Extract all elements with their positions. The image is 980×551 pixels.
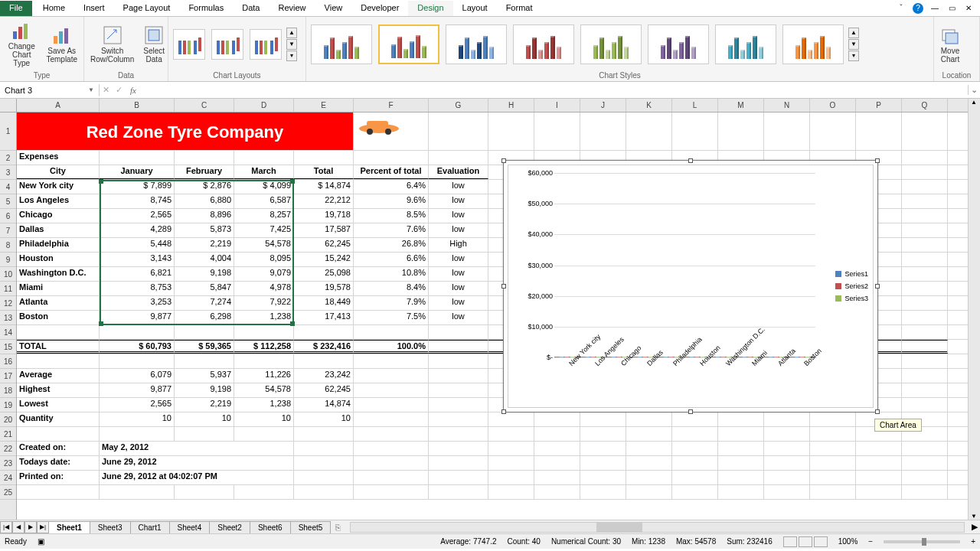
cell[interactable]: [764, 412, 810, 426]
cell[interactable]: [429, 151, 488, 165]
cell[interactable]: [175, 325, 234, 339]
cell[interactable]: 26.8%: [354, 238, 429, 252]
cell[interactable]: [672, 412, 718, 426]
cell[interactable]: June 29, 2012 at 04:02:07 PM: [100, 471, 294, 484]
cell[interactable]: [764, 485, 810, 499]
cell[interactable]: 1,238: [234, 311, 294, 324]
row-header-7[interactable]: 7: [0, 223, 16, 238]
cell[interactable]: [429, 325, 488, 339]
formula-expand-icon[interactable]: ⌄: [968, 85, 980, 95]
col-header-I[interactable]: I: [534, 99, 580, 112]
cell[interactable]: 7,425: [234, 223, 294, 237]
cell[interactable]: [580, 427, 626, 441]
row-header-15[interactable]: 15: [0, 340, 16, 354]
restore-icon[interactable]: ▭: [946, 3, 957, 14]
sheet-tab-sheet5[interactable]: Sheet5: [290, 521, 332, 533]
chart-resize-handle[interactable]: [875, 409, 880, 414]
ribbon-tab-format[interactable]: Format: [497, 1, 542, 16]
cell[interactable]: 62,245: [294, 238, 354, 252]
cell[interactable]: City: [17, 165, 100, 179]
cell[interactable]: [902, 223, 948, 237]
cell[interactable]: 2,565: [100, 209, 175, 223]
cell[interactable]: $ 232,416: [294, 340, 354, 354]
cell[interactable]: low: [429, 296, 488, 310]
help-icon[interactable]: ?: [913, 3, 923, 14]
tab-nav-last-icon[interactable]: ▶|: [37, 521, 49, 533]
cell[interactable]: [764, 442, 810, 455]
cell[interactable]: [488, 485, 534, 499]
cell[interactable]: [580, 442, 626, 455]
cell[interactable]: Quantity: [17, 412, 100, 426]
cell[interactable]: 4,289: [100, 223, 175, 237]
sheet-tab-sheet3[interactable]: Sheet3: [90, 521, 131, 533]
chart-style-8[interactable]: [782, 24, 844, 64]
cell[interactable]: Expenses: [17, 151, 100, 165]
tab-nav-first-icon[interactable]: |◀: [0, 521, 12, 533]
select-all-corner[interactable]: [0, 99, 17, 112]
cell[interactable]: 10: [100, 412, 175, 426]
cell[interactable]: [718, 471, 764, 484]
cell[interactable]: 8.5%: [354, 209, 429, 223]
cell[interactable]: Lowest: [17, 398, 100, 412]
row-header-19[interactable]: 19: [0, 398, 16, 412]
cell[interactable]: Created on:: [17, 442, 100, 455]
cell[interactable]: [354, 456, 429, 470]
cell[interactable]: [902, 267, 948, 281]
row-header-5[interactable]: 5: [0, 194, 16, 209]
tab-nav-next-icon[interactable]: ▶: [24, 521, 37, 533]
cell[interactable]: [902, 112, 948, 150]
cell[interactable]: [718, 442, 764, 455]
ribbon-tab-page-layout[interactable]: Page Layout: [114, 1, 180, 16]
cell[interactable]: 5,448: [100, 238, 175, 252]
cell[interactable]: 9,877: [100, 383, 175, 397]
cell[interactable]: [902, 471, 948, 484]
cell[interactable]: [902, 442, 948, 455]
col-header-E[interactable]: E: [294, 99, 354, 112]
cell[interactable]: [626, 471, 672, 484]
cell[interactable]: [902, 253, 948, 266]
cell[interactable]: $ 60,793: [100, 340, 175, 354]
cell[interactable]: [100, 325, 175, 339]
cell[interactable]: [100, 427, 175, 441]
row-header-20[interactable]: 20: [0, 412, 16, 427]
embedded-chart[interactable]: $-$10,000$20,000$30,000$40,000$50,000$60…: [503, 160, 878, 412]
cell[interactable]: Highest: [17, 383, 100, 397]
row-header-6[interactable]: 6: [0, 209, 16, 223]
cell[interactable]: [294, 442, 354, 455]
cell[interactable]: [100, 485, 175, 499]
cell[interactable]: [672, 485, 718, 499]
cell[interactable]: [488, 442, 534, 455]
cell[interactable]: low: [429, 282, 488, 295]
cell[interactable]: [580, 456, 626, 470]
cell[interactable]: [294, 456, 354, 470]
cell[interactable]: [902, 311, 948, 324]
cell[interactable]: [429, 442, 488, 455]
cell[interactable]: [354, 369, 429, 383]
cell[interactable]: [534, 485, 580, 499]
chart-style-2[interactable]: [378, 24, 439, 64]
cell[interactable]: 6.6%: [354, 253, 429, 266]
chart-resize-handle[interactable]: [875, 158, 880, 163]
cell[interactable]: [810, 427, 856, 441]
cell[interactable]: [580, 471, 626, 484]
cell[interactable]: 1,238: [234, 398, 294, 412]
cell[interactable]: [100, 151, 175, 165]
row-header-11[interactable]: 11: [0, 282, 16, 296]
cell[interactable]: [234, 354, 294, 368]
cell[interactable]: [580, 412, 626, 426]
row-header-25[interactable]: 25: [0, 485, 16, 500]
col-header-P[interactable]: P: [856, 99, 902, 112]
cell[interactable]: [429, 427, 488, 441]
cell[interactable]: [175, 151, 234, 165]
cell[interactable]: 4,004: [175, 253, 234, 266]
move-chart-button[interactable]: Move Chart: [937, 24, 963, 65]
cell[interactable]: 11,226: [234, 369, 294, 383]
cell[interactable]: low: [429, 209, 488, 223]
cell[interactable]: 14,874: [294, 398, 354, 412]
chart-style-5[interactable]: [580, 24, 642, 64]
cell[interactable]: 17,587: [294, 223, 354, 237]
cell[interactable]: 9,079: [234, 267, 294, 281]
formula-input[interactable]: [141, 84, 968, 96]
name-box-dropdown-icon[interactable]: ▼: [88, 86, 94, 93]
cell[interactable]: Percent of total: [354, 165, 429, 179]
